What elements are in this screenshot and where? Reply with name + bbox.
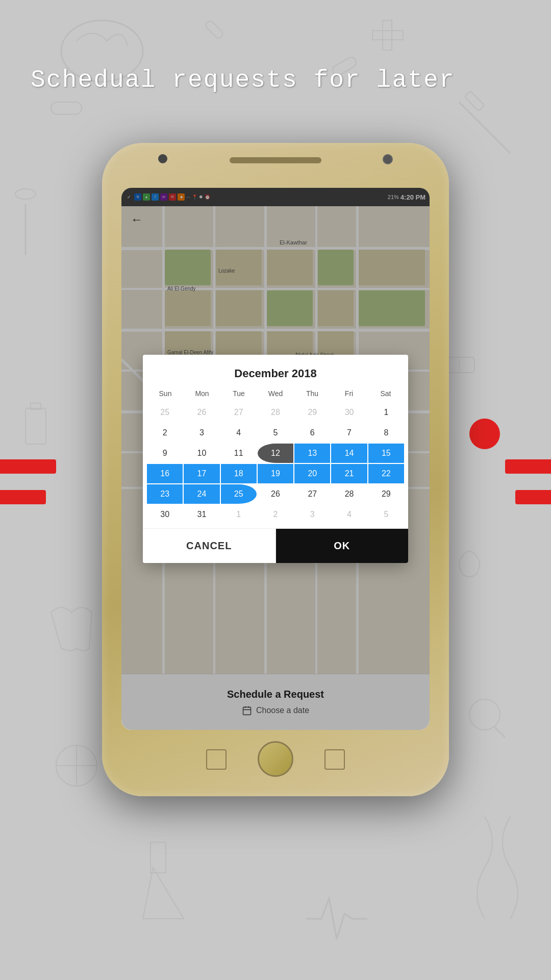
calendar-days: 25 26 27 28 29 30 1 2 3 4 5 6 7 xyxy=(147,403,404,524)
weekday-sun: Sun xyxy=(147,386,184,401)
phone-nav-right[interactable] xyxy=(324,749,345,770)
svg-rect-9 xyxy=(464,91,485,111)
calendar-weekdays: Sun Mon Tue Wed Thu Fri Sat xyxy=(147,386,404,401)
calendar-day-4[interactable]: 4 xyxy=(221,423,257,443)
calendar-day-9[interactable]: 9 xyxy=(147,444,183,463)
calendar-day-28[interactable]: 28 xyxy=(331,484,367,504)
calendar-day-2[interactable]: 2 xyxy=(147,423,183,443)
svg-rect-18 xyxy=(26,408,46,444)
calendar-day-25-prev[interactable]: 25 xyxy=(147,403,183,422)
calendar-month-year: December 2018 xyxy=(143,355,408,386)
weekday-fri: Fri xyxy=(331,386,367,401)
phone-shell: ✓ N ▲ f m ✉ ◆ ··· 📍 ✱ ⏰ 21% 4:20 PM xyxy=(102,143,449,796)
calendar-day-6[interactable]: 6 xyxy=(294,423,330,443)
red-accent-bar-left xyxy=(0,459,56,474)
calendar-day-19[interactable]: 19 xyxy=(258,464,293,483)
cancel-button[interactable]: CANCEL xyxy=(143,529,276,563)
calendar-day-1[interactable]: 1 xyxy=(368,403,404,422)
calendar-day-24[interactable]: 24 xyxy=(184,484,219,504)
calendar-day-8[interactable]: 8 xyxy=(368,423,404,443)
calendar-day-2-next[interactable]: 2 xyxy=(258,505,293,524)
red-accent-bar-right2 xyxy=(515,490,551,504)
dialog-buttons: CANCEL OK xyxy=(143,528,408,563)
svg-rect-4 xyxy=(372,31,403,40)
dialog-backdrop: December 2018 Sun Mon Tue Wed Thu Fri Sa… xyxy=(121,188,430,730)
svg-line-21 xyxy=(495,727,505,738)
calendar-day-13[interactable]: 13 xyxy=(294,444,330,463)
calendar-day-27[interactable]: 27 xyxy=(294,484,330,504)
svg-rect-5 xyxy=(383,20,392,50)
calendar-day-5-next[interactable]: 5 xyxy=(368,505,404,524)
ok-button[interactable]: OK xyxy=(276,529,409,563)
calendar-day-7[interactable]: 7 xyxy=(331,423,367,443)
calendar-day-20[interactable]: 20 xyxy=(294,464,330,483)
calendar-day-28-prev[interactable]: 28 xyxy=(258,403,293,422)
calendar-day-27-prev[interactable]: 27 xyxy=(221,403,257,422)
calendar-day-18[interactable]: 18 xyxy=(221,464,257,483)
red-accent-bar-right xyxy=(505,459,551,474)
phone-home-button[interactable] xyxy=(258,741,293,777)
calendar-day-16[interactable]: 16 xyxy=(147,464,183,483)
calendar-day-26-prev[interactable]: 26 xyxy=(184,403,219,422)
calendar-day-22[interactable]: 22 xyxy=(368,464,404,483)
calendar-day-30-prev[interactable]: 30 xyxy=(331,403,367,422)
weekday-thu: Thu xyxy=(294,386,331,401)
calendar-day-21[interactable]: 21 xyxy=(331,464,367,483)
calendar-grid: Sun Mon Tue Wed Thu Fri Sat 25 26 27 xyxy=(143,386,408,528)
calendar-day-29[interactable]: 29 xyxy=(368,484,404,504)
calendar-day-17[interactable]: 17 xyxy=(184,464,219,483)
svg-point-20 xyxy=(469,699,500,730)
svg-line-8 xyxy=(459,102,510,153)
calendar-day-25[interactable]: 25 xyxy=(221,484,257,504)
weekday-mon: Mon xyxy=(184,386,220,401)
phone-screen: ✓ N ▲ f m ✉ ◆ ··· 📍 ✱ ⏰ 21% 4:20 PM xyxy=(121,188,430,730)
calendar-day-29-prev[interactable]: 29 xyxy=(294,403,330,422)
calendar-day-14[interactable]: 14 xyxy=(331,444,367,463)
calendar-day-26[interactable]: 26 xyxy=(258,484,293,504)
calendar-day-3-next[interactable]: 3 xyxy=(294,505,330,524)
front-camera-left xyxy=(158,154,167,163)
calendar-day-30[interactable]: 30 xyxy=(147,505,183,524)
page-heading: Schedual requests for later xyxy=(31,66,520,94)
calendar-day-12[interactable]: 12 xyxy=(258,444,293,463)
calendar-dialog: December 2018 Sun Mon Tue Wed Thu Fri Sa… xyxy=(143,355,408,563)
calendar-day-4-next[interactable]: 4 xyxy=(331,505,367,524)
phone-speaker xyxy=(230,157,321,163)
front-camera xyxy=(383,154,393,164)
calendar-day-11[interactable]: 11 xyxy=(221,444,257,463)
svg-rect-2 xyxy=(204,19,224,40)
svg-point-7 xyxy=(15,189,36,199)
calendar-day-10[interactable]: 10 xyxy=(184,444,219,463)
red-accent-circle xyxy=(469,419,500,449)
calendar-day-15[interactable]: 15 xyxy=(368,444,404,463)
calendar-day-1-next[interactable]: 1 xyxy=(221,505,257,524)
weekday-tue: Tue xyxy=(220,386,257,401)
weekday-sat: Sat xyxy=(367,386,404,401)
weekday-wed: Wed xyxy=(257,386,294,401)
calendar-day-5[interactable]: 5 xyxy=(258,423,293,443)
calendar-day-3[interactable]: 3 xyxy=(184,423,219,443)
phone-nav-left[interactable] xyxy=(206,749,227,770)
calendar-day-31[interactable]: 31 xyxy=(184,505,219,524)
calendar-day-23[interactable]: 23 xyxy=(147,484,183,504)
svg-rect-1 xyxy=(51,102,82,114)
red-accent-bar-left2 xyxy=(0,490,46,504)
